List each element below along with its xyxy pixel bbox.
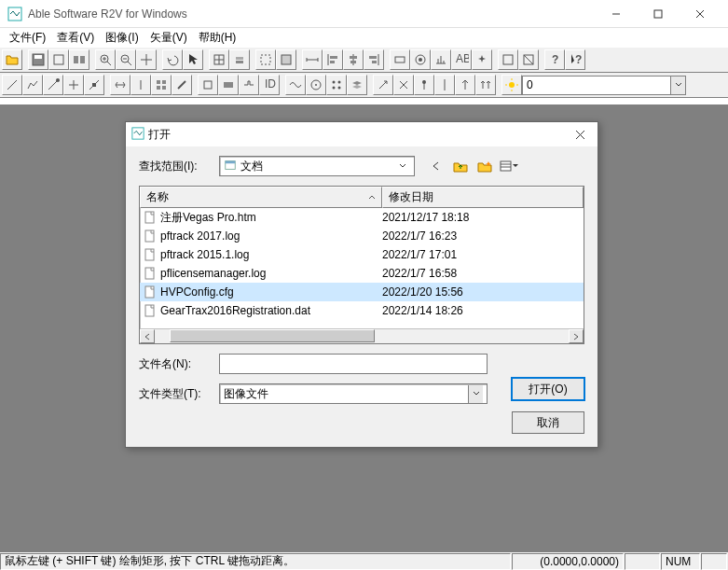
status-empty-1 (625, 553, 660, 570)
btool-1-icon[interactable] (198, 75, 218, 95)
file-row[interactable]: 注册Vegas Pro.htm2021/12/17 18:18 (140, 208, 584, 227)
close-button[interactable] (679, 0, 721, 27)
svg-rect-94 (145, 305, 154, 316)
svg-point-68 (338, 87, 341, 90)
file-date: 2022/1/7 17:01 (382, 248, 580, 261)
chevron-down-icon[interactable] (468, 385, 483, 403)
tool-icon-1[interactable] (48, 49, 69, 70)
slash-tool-icon[interactable] (172, 75, 192, 95)
id-tool-icon[interactable]: ID (259, 75, 280, 95)
location-combo[interactable]: 文档 (219, 156, 415, 176)
file-name: pftrack 2017.log (160, 229, 240, 243)
svg-line-11 (107, 62, 111, 65)
file-row[interactable]: pftrack 2017.log2022/1/7 16:23 (140, 227, 584, 245)
vtool-icon[interactable] (130, 75, 151, 95)
hflip-icon[interactable] (110, 75, 130, 95)
filename-field[interactable] (219, 354, 488, 374)
grid4-icon[interactable] (151, 75, 172, 95)
poly-tool-icon[interactable] (22, 75, 43, 95)
sun-icon[interactable] (501, 75, 522, 95)
cancel-button[interactable]: 取消 (512, 411, 584, 434)
edit-tool-icon[interactable] (43, 75, 63, 95)
align-left-icon[interactable] (323, 49, 343, 70)
mark-tool-icon[interactable] (414, 75, 434, 95)
tool-icon-2[interactable] (69, 49, 89, 70)
two-up-icon[interactable] (475, 75, 496, 95)
stack-icon[interactable] (229, 49, 250, 70)
up-folder-button[interactable] (450, 156, 471, 176)
abc-icon[interactable]: ABC (451, 49, 472, 70)
chevron-down-icon[interactable] (395, 162, 410, 170)
dialog-close-button[interactable] (568, 124, 592, 145)
file-row[interactable]: HVPConfig.cfg2022/1/20 15:56 (140, 283, 584, 301)
zoom-in-icon[interactable] (95, 49, 116, 70)
chevron-down-icon[interactable] (670, 76, 685, 94)
tool-icon-b[interactable] (410, 49, 431, 70)
statusbar: 鼠标左键 (+ SHIFT 键) 绘制矩形, 按下 CTRL 键拖动距离。 (0… (0, 551, 728, 570)
sparkle-icon[interactable] (472, 49, 492, 70)
minimize-button[interactable] (595, 0, 637, 27)
back-button[interactable] (426, 156, 446, 176)
help-icon[interactable]: ? (544, 49, 565, 70)
menu-view[interactable]: 查看(V) (51, 28, 100, 48)
undo-icon[interactable] (162, 49, 183, 70)
crosshair-icon[interactable] (136, 49, 157, 70)
target-icon[interactable] (306, 75, 326, 95)
menu-image[interactable]: 图像(I) (100, 28, 144, 48)
status-hint: 鼠标左键 (+ SHIFT 键) 绘制矩形, 按下 CTRL 键拖动距离。 (0, 553, 511, 570)
btool-3-icon[interactable] (239, 75, 259, 95)
open-icon[interactable] (2, 49, 22, 70)
wave-icon[interactable] (285, 75, 306, 95)
svg-rect-22 (236, 61, 243, 63)
horizontal-scrollbar[interactable] (140, 328, 584, 343)
new-folder-button[interactable] (474, 156, 495, 176)
scroll-right-button[interactable] (569, 329, 584, 343)
column-header-name[interactable]: 名称 (140, 187, 382, 208)
vline-icon[interactable] (434, 75, 455, 95)
cross-tool-icon[interactable] (63, 75, 84, 95)
dots-icon[interactable] (326, 75, 347, 95)
open-button[interactable]: 打开(O) (512, 378, 584, 400)
view-menu-button[interactable] (499, 156, 519, 176)
region-icon-2[interactable] (276, 49, 296, 70)
region-icon-1[interactable] (255, 49, 276, 70)
tool-icon-d[interactable] (498, 49, 518, 70)
file-row[interactable]: pftrack 2015.1.log2022/1/7 17:01 (140, 245, 584, 264)
value-combo[interactable] (522, 76, 686, 95)
menu-vector[interactable]: 矢量(V) (144, 28, 193, 48)
maximize-button[interactable] (637, 0, 679, 27)
tool-icon-e[interactable] (518, 49, 539, 70)
value-combo-input[interactable] (523, 76, 670, 94)
zoom-out-icon[interactable] (116, 49, 136, 70)
arrow-ne-icon[interactable] (373, 75, 393, 95)
pointer-icon[interactable] (183, 49, 203, 70)
menu-file[interactable]: 文件(F) (4, 28, 51, 48)
filename-input[interactable] (220, 355, 487, 373)
align-center-icon[interactable] (343, 49, 364, 70)
hselect-icon[interactable] (302, 49, 323, 70)
file-row[interactable]: pflicensemanager.log2022/1/7 16:58 (140, 264, 584, 283)
layer-icon[interactable] (347, 75, 367, 95)
filetype-combo[interactable]: 图像文件 (219, 383, 488, 404)
tool-icon-a[interactable] (390, 49, 410, 70)
svg-rect-90 (145, 230, 154, 242)
file-row[interactable]: GearTrax2016Registration.dat2022/1/14 18… (140, 301, 584, 320)
align-right-icon[interactable] (364, 49, 384, 70)
save-icon[interactable] (28, 49, 48, 70)
tool-icon-c[interactable] (431, 49, 451, 70)
grid-icon-1[interactable] (209, 49, 229, 70)
file-date: 2021/12/17 18:18 (382, 211, 580, 224)
column-header-date[interactable]: 修改日期 (382, 187, 584, 208)
node-tool-icon[interactable] (84, 75, 104, 95)
line-tool-icon[interactable] (2, 75, 22, 95)
svg-rect-31 (330, 61, 335, 63)
scroll-thumb[interactable] (170, 329, 375, 342)
arrow-up-icon[interactable] (455, 75, 475, 95)
svg-point-76 (509, 82, 515, 88)
scroll-left-button[interactable] (140, 329, 155, 343)
menu-help[interactable]: 帮助(H) (193, 28, 242, 48)
file-date: 2022/1/7 16:58 (382, 267, 580, 280)
context-help-icon[interactable]: ? (565, 49, 585, 70)
arrow-diag-icon[interactable] (393, 75, 414, 95)
btool-2-icon[interactable] (218, 75, 239, 95)
